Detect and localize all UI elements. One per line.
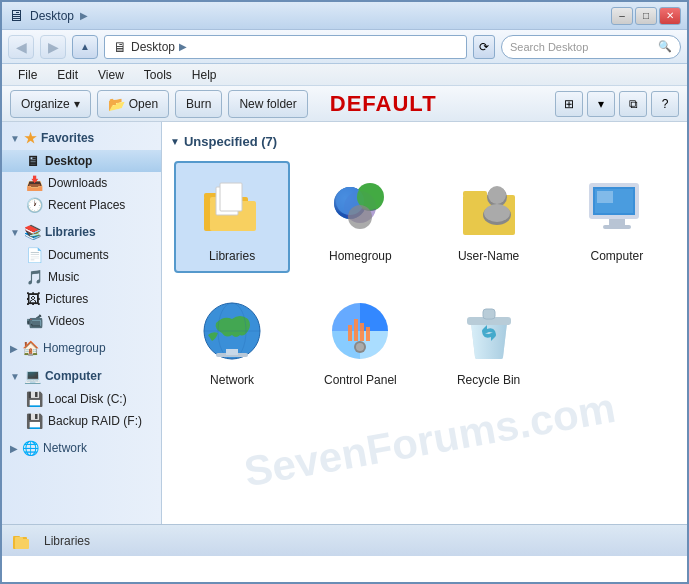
homegroup-icon-img (324, 171, 396, 243)
computer-label: Computer (45, 369, 102, 383)
sidebar-item-recent-places[interactable]: 🕐 Recent Places (2, 194, 161, 216)
libraries-icon-img (196, 171, 268, 243)
sidebar-homegroup-section: ▶ 🏠 Homegroup (2, 336, 161, 360)
preview-pane-button[interactable]: ⧉ (619, 91, 647, 117)
homegroup-icon: 🏠 (22, 340, 39, 356)
content-header: ▼ Unspecified (7) (170, 130, 679, 157)
libraries-arrow: ▼ (10, 227, 20, 238)
network-arrow: ▶ (10, 443, 18, 454)
search-box[interactable]: Search Desktop 🔍 (501, 35, 681, 59)
recent-places-icon: 🕐 (26, 197, 43, 213)
status-libraries-icon (10, 528, 36, 554)
help-button[interactable]: ? (651, 91, 679, 117)
toolbar-right: ⊞ ▾ ⧉ ? (555, 91, 679, 117)
content-section-label: Unspecified (7) (184, 134, 277, 149)
status-text: Libraries (44, 534, 90, 548)
sidebar-computer-section: ▼ 💻 Computer 💾 Local Disk (C:) 💾 Backup … (2, 364, 161, 432)
main-layout: ▼ ★ Favorites 🖥 Desktop 📥 Downloads 🕐 Re… (2, 122, 687, 524)
svg-rect-32 (348, 325, 352, 341)
menu-edit[interactable]: Edit (49, 66, 86, 84)
homegroup-label: Homegroup (329, 249, 392, 263)
svg-point-17 (488, 186, 506, 204)
file-icon-network[interactable]: Network (174, 285, 290, 397)
svg-rect-22 (603, 225, 631, 229)
computer-label: Computer (591, 249, 644, 263)
menu-bar: File Edit View Tools Help (2, 64, 687, 86)
file-icon-control-panel[interactable]: Control Panel (302, 285, 418, 397)
address-input[interactable]: 🖥 Desktop ▶ (104, 35, 467, 59)
file-icon-homegroup[interactable]: Homegroup (302, 161, 418, 273)
network-label: Network (210, 373, 254, 387)
close-button[interactable]: ✕ (659, 7, 681, 25)
title-bar-controls: – □ ✕ (611, 7, 681, 25)
menu-file[interactable]: File (10, 66, 45, 84)
file-icon-username[interactable]: User-Name (431, 161, 547, 273)
favorites-arrow: ▼ (10, 133, 20, 144)
sidebar-item-pictures[interactable]: 🖼 Pictures (2, 288, 161, 310)
svg-rect-30 (226, 349, 238, 355)
documents-icon: 📄 (26, 247, 43, 263)
address-bar: ◀ ▶ ▲ 🖥 Desktop ▶ ⟳ Search Desktop 🔍 (2, 30, 687, 64)
sidebar-computer-header[interactable]: ▼ 💻 Computer (2, 364, 161, 388)
title-bar-left: 🖥 Desktop ▶ (8, 7, 88, 25)
icons-grid: Libraries (170, 157, 679, 401)
svg-rect-14 (463, 191, 487, 197)
up-button[interactable]: ▲ (72, 35, 98, 59)
svg-rect-43 (15, 537, 23, 540)
address-text: Desktop (131, 40, 175, 54)
burn-button[interactable]: Burn (175, 90, 222, 118)
sidebar-network-section: ▶ 🌐 Network (2, 436, 161, 460)
libraries-icon: 📚 (24, 224, 41, 240)
sidebar-item-videos[interactable]: 📹 Videos (2, 310, 161, 332)
content-area: ▼ Unspecified (7) (162, 122, 687, 524)
downloads-icon: 📥 (26, 175, 43, 191)
sidebar-item-documents[interactable]: 📄 Documents (2, 244, 161, 266)
open-button[interactable]: 📂 Open (97, 90, 169, 118)
sidebar-homegroup-header[interactable]: ▶ 🏠 Homegroup (2, 336, 161, 360)
content-section-arrow: ▼ (170, 136, 180, 147)
back-button[interactable]: ◀ (8, 35, 34, 59)
computer-arrow: ▼ (10, 371, 20, 382)
control-panel-icon-img (324, 295, 396, 367)
menu-view[interactable]: View (90, 66, 132, 84)
desktop-icon: 🖥 (26, 153, 40, 169)
menu-help[interactable]: Help (184, 66, 225, 84)
sidebar-item-backup-raid[interactable]: 💾 Backup RAID (F:) (2, 410, 161, 432)
forward-button[interactable]: ▶ (40, 35, 66, 59)
new-folder-button[interactable]: New folder (228, 90, 307, 118)
svg-rect-21 (609, 219, 625, 225)
username-icon-img (453, 171, 525, 243)
search-placeholder: Search Desktop (510, 41, 588, 53)
sidebar-item-local-disk[interactable]: 💾 Local Disk (C:) (2, 388, 161, 410)
file-icon-recycle-bin[interactable]: Recycle Bin (431, 285, 547, 397)
sidebar-libraries-header[interactable]: ▼ 📚 Libraries (2, 220, 161, 244)
svg-rect-42 (15, 539, 29, 549)
sidebar-network-header[interactable]: ▶ 🌐 Network (2, 436, 161, 460)
svg-rect-39 (483, 309, 495, 319)
toolbar: Organize ▾ 📂 Open Burn New folder DEFAUL… (2, 86, 687, 122)
favorites-label: Favorites (41, 131, 94, 145)
refresh-button[interactable]: ⟳ (473, 35, 495, 59)
svg-rect-24 (597, 191, 613, 203)
videos-icon: 📹 (26, 313, 43, 329)
svg-rect-33 (354, 319, 358, 341)
maximize-button[interactable]: □ (635, 7, 657, 25)
organize-button[interactable]: Organize ▾ (10, 90, 91, 118)
view-toggle-button[interactable]: ⊞ (555, 91, 583, 117)
file-icon-computer[interactable]: Computer (559, 161, 675, 273)
sidebar-item-music[interactable]: 🎵 Music (2, 266, 161, 288)
minimize-button[interactable]: – (611, 7, 633, 25)
dropdown-icon: ▾ (74, 97, 80, 111)
libraries-label: Libraries (45, 225, 96, 239)
menu-tools[interactable]: Tools (136, 66, 180, 84)
sidebar-item-downloads[interactable]: 📥 Downloads (2, 172, 161, 194)
network-icon-img (196, 295, 268, 367)
file-icon-libraries[interactable]: Libraries (174, 161, 290, 273)
view-details-button[interactable]: ▾ (587, 91, 615, 117)
status-bar: Libraries (2, 524, 687, 556)
computer-icon-img (581, 171, 653, 243)
default-label: DEFAULT (330, 91, 437, 117)
pictures-icon: 🖼 (26, 291, 40, 307)
sidebar-favorites-header[interactable]: ▼ ★ Favorites (2, 126, 161, 150)
sidebar-item-desktop[interactable]: 🖥 Desktop (2, 150, 161, 172)
